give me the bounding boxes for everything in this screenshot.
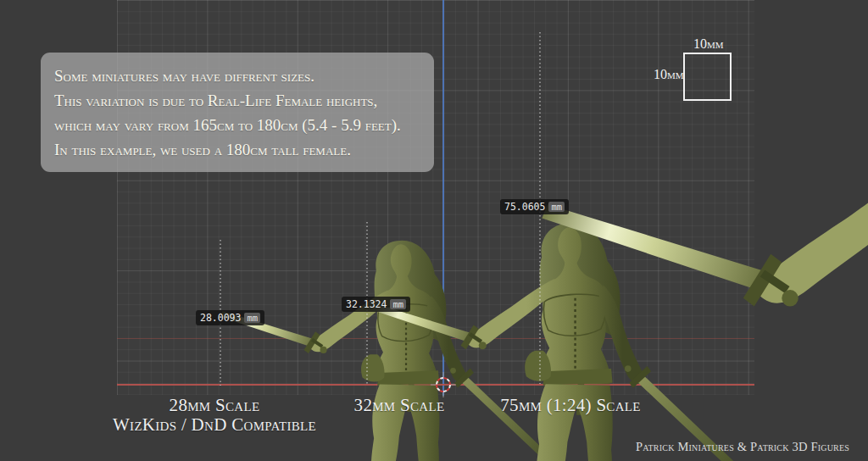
- reference-square-side-label: 10mm: [654, 68, 684, 81]
- measure-unit: mm: [390, 299, 406, 309]
- measure-label-32mm: 32.1324 mm: [342, 297, 410, 312]
- info-line-3: which may vary from 165cm to 180cm (5.4 …: [54, 113, 420, 137]
- info-line-4: In this example, we used a 180cm tall fe…: [54, 137, 420, 162]
- measure-unit: mm: [548, 202, 565, 212]
- measure-value: 28.0093: [200, 312, 241, 324]
- reference-square-10mm: [683, 53, 732, 101]
- watermark: Patrick Miniatures & Patrick 3D Figures: [636, 440, 849, 454]
- measure-label-28mm: 28.0093 mm: [196, 310, 264, 325]
- info-box: Some miniatures may have diffrent sizes.…: [41, 53, 434, 172]
- scale-sublabel-28mm: WizKids / DnD Compatible: [62, 415, 367, 435]
- reference-square-top-label: 10mm: [693, 37, 724, 51]
- measure-unit: mm: [244, 313, 260, 323]
- scale-label-75mm: 75mm (1:24) Scale: [418, 396, 723, 415]
- measure-value: 32.1324: [346, 298, 387, 310]
- info-line-1: Some miniatures may have diffrent sizes.: [54, 64, 420, 88]
- info-line-2: This variation is due to Real-Life Femal…: [54, 88, 420, 113]
- viewport-canvas[interactable]: 28.0093 mm 32.1324 mm 75.0605 mm Some mi…: [0, 0, 868, 461]
- measure-label-75mm: 75.0605 mm: [500, 199, 569, 214]
- measure-value: 75.0605: [504, 201, 545, 213]
